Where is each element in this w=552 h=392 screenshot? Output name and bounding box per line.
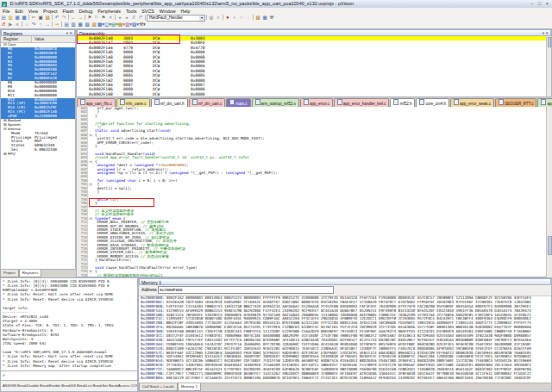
file-tab-core_cm4.h[interactable]: core_cm4.h (416, 98, 449, 107)
configure-icon[interactable]: ⚒ (268, 15, 275, 21)
step-out-icon[interactable]: ↑ (37, 22, 44, 28)
file-tab-app_error_handler_keil.c[interactable]: app_error_handler_keil.c (334, 98, 390, 107)
scrollbar-thumb[interactable] (548, 37, 551, 47)
file-tab-nrf_drv_uart.c[interactable]: nrf_drv_uart.c (189, 98, 226, 107)
insert-breakpoint-icon[interactable]: ● (224, 15, 231, 21)
memory-panel-caption[interactable]: Memory 1 (139, 278, 551, 285)
file-tab-label: main.c (235, 102, 247, 106)
registers-column-header: RegisterValue (1, 36, 75, 43)
registers-window-icon[interactable]: ▧ (84, 22, 91, 28)
panel-pin-close-icons[interactable]: ▾ ✕ (66, 30, 72, 37)
menu-tools[interactable]: Tools (123, 8, 139, 15)
memory-window-icon[interactable]: ◫▾ (104, 22, 111, 28)
indent-left-icon[interactable]: « (116, 15, 123, 21)
disassembly-scrollbar[interactable] (546, 36, 551, 96)
callstack-window-icon[interactable]: ▨ (91, 22, 97, 28)
flash-download-icon[interactable]: ▧ (254, 15, 261, 21)
file-tab-arm_startup_nrf52.s[interactable]: arm_startup_nrf52.s (252, 98, 299, 107)
paste-icon[interactable]: ▨ (44, 15, 51, 21)
memory-row[interactable]: 0x2000F804: 00E3A119 DC7F0EF7 4C5AA635 2… (139, 376, 551, 381)
menu-debug[interactable]: Debug (77, 8, 96, 15)
code-editor[interactable]: 681 nrf_pwr_mgmt_run();682 }683}684685/*… (76, 107, 552, 277)
file-tab-app_error.c[interactable]: app_error.c (300, 98, 333, 107)
reset-icon[interactable]: ↺ (0, 22, 7, 28)
file-tab-SEGGER_RTT.c[interactable]: SEGGER_RTT.c (495, 98, 536, 107)
indent-right-icon[interactable]: » (123, 15, 130, 21)
window-buttons[interactable]: – □ × (530, 0, 550, 8)
command-input[interactable]: > (1, 370, 137, 380)
menu-edit[interactable]: Edit (13, 8, 26, 15)
menu-svcs[interactable]: SVCS (139, 8, 156, 15)
register-value: 0x21000000 (32, 115, 57, 119)
bottom-tab-call-stack-locals[interactable]: Call Stack + Locals (139, 383, 178, 391)
toolbox-icon[interactable]: ⚒▾ (139, 22, 146, 28)
file-tab-app_error_weak.c[interactable]: app_error_weak.c (450, 98, 494, 107)
redo-icon[interactable]: ↷ (60, 15, 67, 21)
registers-panel: Registers ▾ ✕ RegisterValue ⊟ CoreR00x00… (0, 28, 76, 270)
code-text: /**@brief Function for starting advertis… (93, 121, 191, 126)
nav-forward-icon[interactable]: → (77, 15, 84, 21)
file-tab-app_uart_fifo.c[interactable]: app_uart_fifo.c (77, 98, 116, 107)
symbols-window-icon[interactable]: ▦ (77, 22, 84, 28)
uncomment-icon[interactable]: /* (137, 15, 144, 21)
function-select-combo[interactable]: HardFault_Handler▾ (147, 15, 205, 22)
bottom-tab-memory-1[interactable]: Memory 1 (178, 383, 201, 391)
file-tab-label: app_error.c (310, 102, 329, 106)
menu-view[interactable]: View (26, 8, 41, 15)
menu-window[interactable]: Window (157, 8, 179, 15)
step-over-icon[interactable]: ↷ (30, 22, 37, 28)
clear-bookmarks-icon[interactable]: × (107, 15, 114, 21)
next-bookmark-icon[interactable]: ⚑ (100, 15, 107, 21)
menu-help[interactable]: Help (179, 8, 193, 15)
disassembly-window-icon[interactable]: ▥ (70, 22, 77, 28)
menu-flash[interactable]: Flash (60, 8, 77, 15)
watch-window-icon[interactable]: ▩▾ (97, 22, 104, 28)
analysis-window-icon[interactable]: ▦▾ (118, 22, 125, 28)
memory-address-input[interactable] (158, 286, 334, 294)
save-all-icon[interactable]: ▩ (21, 15, 28, 21)
run-to-cursor-icon[interactable]: → (44, 22, 51, 28)
trace-window-icon[interactable]: ▥▾ (125, 22, 132, 28)
scrollbar-thumb[interactable] (548, 236, 552, 255)
memory-address-row: Address (139, 285, 551, 296)
command-window-icon[interactable]: ▤ (63, 22, 70, 28)
bookmark-icon[interactable]: ⚑ (86, 15, 93, 21)
registers-panel-caption[interactable]: Registers ▾ ✕ (1, 29, 75, 36)
run-icon[interactable]: ▶ (7, 22, 14, 28)
cut-icon[interactable]: ✂ (30, 15, 37, 21)
workspace-tab-project[interactable]: Project (0, 270, 19, 277)
serial-window-icon[interactable]: ▤▾ (111, 22, 118, 28)
comment-icon[interactable]: // (130, 15, 137, 21)
kill-breakpoints-icon[interactable]: ◌ (245, 15, 252, 21)
disassembly-row[interactable]: 0x0002F1B80000DCW0x0000 (77, 92, 551, 96)
find-in-files-icon[interactable]: ◎ (208, 15, 215, 21)
menu-file[interactable]: File (0, 8, 13, 15)
register-group-fpu[interactable]: ⊞ FPU (1, 152, 75, 157)
file-tab-nrf52.h[interactable]: nrf52.h (390, 98, 415, 107)
open-icon[interactable]: ▥ (7, 15, 14, 21)
editor-tab-bar: app_uart_fifo.cnrfx_uarte.cnrf_drv_uart.… (76, 97, 552, 107)
prev-bookmark-icon[interactable]: ⚐ (93, 15, 100, 21)
menu-project[interactable]: Project (41, 8, 60, 15)
new-file-icon[interactable]: ▤ (0, 15, 7, 21)
undo-icon[interactable]: ↶ (53, 15, 60, 21)
copy-icon[interactable]: ▣ (37, 15, 44, 21)
menu-peripherals[interactable]: Peripherals (95, 8, 123, 15)
window-layout-icon[interactable]: ▦ (261, 15, 268, 21)
show-next-statement-icon[interactable]: ⇒ (53, 22, 60, 28)
stop-icon[interactable]: ■ (14, 22, 21, 28)
save-icon[interactable]: ▦ (14, 15, 21, 21)
file-tab-app_util_platform.h[interactable]: app_util_platform.h (537, 98, 552, 107)
workspace-tab-registers[interactable]: Registers (19, 270, 42, 277)
editor-scrollbar[interactable] (546, 107, 552, 277)
step-into-icon[interactable]: ↓ (23, 22, 30, 28)
enable-breakpoint-icon[interactable]: ◐ (231, 15, 238, 21)
file-tab-main.c[interactable]: main.c (226, 98, 250, 107)
file-tab-nrf_drv_uart.h[interactable]: nrf_drv_uart.h (151, 98, 188, 107)
find-icon[interactable]: ○ (215, 15, 222, 21)
nav-back-icon[interactable]: ← (70, 15, 77, 21)
disable-breakpoint-icon[interactable]: ○ (238, 15, 245, 21)
file-tab-nrfx_uarte.c[interactable]: nrfx_uarte.c (116, 98, 150, 107)
chevron-down-icon[interactable]: ▾ (199, 16, 204, 21)
system-viewer-icon[interactable]: ▧▾ (132, 22, 139, 28)
